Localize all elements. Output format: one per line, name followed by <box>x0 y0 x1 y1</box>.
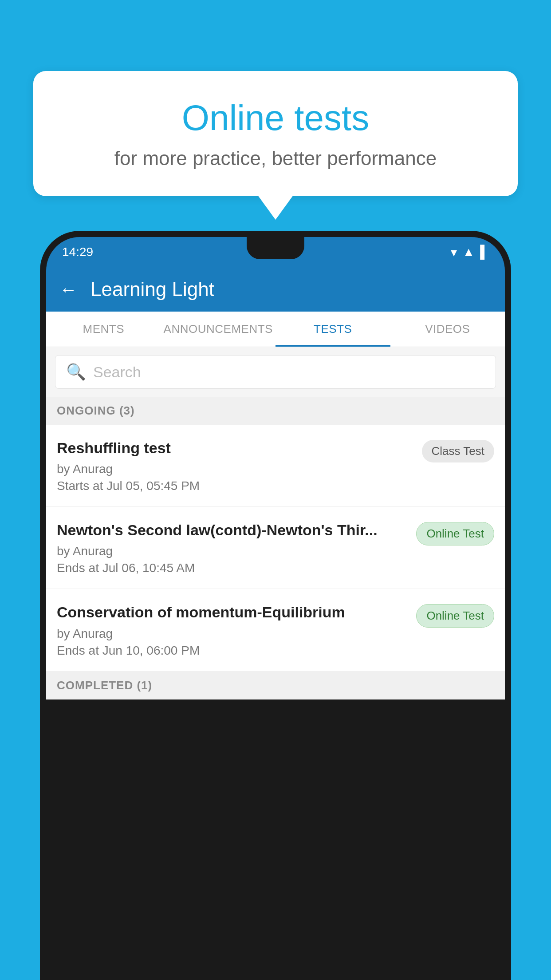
tab-ments[interactable]: MENTS <box>46 312 161 347</box>
ongoing-section-header: ONGOING (3) <box>46 397 505 425</box>
test-info-conservation: Conservation of momentum-Equilibrium by … <box>57 602 416 657</box>
test-date-newtons: Ends at Jul 06, 10:45 AM <box>57 561 407 575</box>
test-item-reshuffling[interactable]: Reshuffling test by Anurag Starts at Jul… <box>46 425 505 507</box>
tab-tests[interactable]: TESTS <box>276 312 390 347</box>
status-icons: ▾ ▲ ▌ <box>451 245 489 260</box>
test-name-conservation: Conservation of momentum-Equilibrium <box>57 602 407 622</box>
ongoing-section-title: ONGOING (3) <box>57 404 135 417</box>
test-date-conservation: Ends at Jun 10, 06:00 PM <box>57 644 407 658</box>
test-author-conservation: by Anurag <box>57 627 407 641</box>
test-badge-reshuffling: Class Test <box>422 440 494 462</box>
search-input-wrapper[interactable]: 🔍 Search <box>55 355 496 389</box>
completed-section-title: COMPLETED (1) <box>57 679 152 692</box>
notch <box>247 237 304 259</box>
speech-bubble-title: Online tests <box>64 98 487 138</box>
test-date-reshuffling: Starts at Jul 05, 05:45 PM <box>57 479 413 493</box>
test-item-conservation[interactable]: Conservation of momentum-Equilibrium by … <box>46 589 505 671</box>
test-badge-newtons: Online Test <box>416 522 494 545</box>
tab-videos[interactable]: VIDEOS <box>390 312 505 347</box>
phone-inner: 14:29 ▾ ▲ ▌ ← Learning Light MENTS ANNOU… <box>46 237 505 980</box>
tab-bar: MENTS ANNOUNCEMENTS TESTS VIDEOS <box>46 312 505 347</box>
speech-bubble: Online tests for more practice, better p… <box>33 71 518 196</box>
test-author-newtons: by Anurag <box>57 544 407 558</box>
test-author-reshuffling: by Anurag <box>57 462 413 476</box>
app-bar: ← Learning Light <box>46 267 505 312</box>
tab-announcements[interactable]: ANNOUNCEMENTS <box>161 312 276 347</box>
test-info-newtons: Newton's Second law(contd)-Newton's Thir… <box>57 520 416 575</box>
completed-section-header: COMPLETED (1) <box>46 672 505 699</box>
signal-icon: ▲ <box>462 245 475 259</box>
search-icon: 🔍 <box>66 363 86 381</box>
speech-bubble-subtitle: for more practice, better performance <box>64 147 487 170</box>
speech-bubble-container: Online tests for more practice, better p… <box>33 71 518 220</box>
test-name-reshuffling: Reshuffling test <box>57 438 413 458</box>
search-bar-container: 🔍 Search <box>46 347 505 397</box>
status-time: 14:29 <box>62 245 93 259</box>
test-info-reshuffling: Reshuffling test by Anurag Starts at Jul… <box>57 438 422 493</box>
status-bar: 14:29 ▾ ▲ ▌ <box>46 237 505 267</box>
test-badge-conservation: Online Test <box>416 604 494 628</box>
battery-icon: ▌ <box>480 245 489 259</box>
wifi-icon: ▾ <box>451 245 457 260</box>
test-item-newtons[interactable]: Newton's Second law(contd)-Newton's Thir… <box>46 507 505 589</box>
speech-bubble-arrow <box>258 195 293 220</box>
search-placeholder: Search <box>93 364 141 381</box>
phone-screen: 🔍 Search ONGOING (3) Reshuffling test by… <box>46 347 505 699</box>
app-title: Learning Light <box>91 278 214 300</box>
back-button[interactable]: ← <box>59 280 77 300</box>
test-name-newtons: Newton's Second law(contd)-Newton's Thir… <box>57 520 407 540</box>
phone-frame: 14:29 ▾ ▲ ▌ ← Learning Light MENTS ANNOU… <box>40 231 511 980</box>
